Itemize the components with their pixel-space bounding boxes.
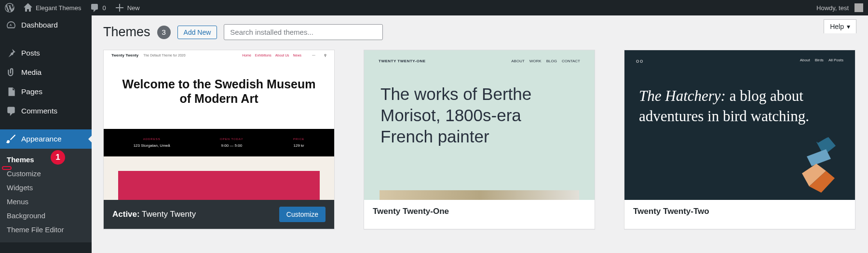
help-tab[interactable]: Help ▾: [824, 19, 856, 33]
submenu-widgets[interactable]: Widgets: [0, 181, 92, 195]
wordpress-icon: [5, 3, 14, 13]
comments-icon: [6, 106, 16, 116]
submenu-label: Customize: [7, 169, 41, 178]
theme-footer: Twenty Twenty-Two: [624, 200, 855, 223]
submenu-label: Background: [7, 211, 45, 220]
menu-dashboard[interactable]: Dashboard: [0, 15, 92, 35]
menu-pages[interactable]: Pages: [0, 82, 92, 101]
thumb-brand: Twenty Twenty: [111, 53, 138, 57]
submenu-label: Themes: [7, 155, 34, 164]
theme-card[interactable]: oo AboutBirdsAll Posts The Hatchery: a b…: [624, 50, 855, 229]
theme-card-active[interactable]: Twenty Twenty The Default Theme for 2020…: [103, 50, 335, 229]
new-label: New: [127, 4, 140, 12]
thumb-main-text: The works of Berthe Morisot, 1800s-era F…: [364, 72, 595, 158]
bird-illustration: [783, 132, 850, 195]
submenu-menus[interactable]: Menus: [0, 195, 92, 209]
thumb-brand: TWENTY TWENTY-ONE: [379, 59, 426, 63]
menu-posts[interactable]: Posts: [0, 43, 92, 63]
plus-icon: [115, 3, 124, 13]
active-label: Active:: [112, 210, 140, 219]
new-content-menu[interactable]: New: [115, 3, 140, 13]
submenu-label: Menus: [7, 197, 28, 206]
page-title: Themes: [103, 25, 150, 40]
theme-name: Twenty Twenty-Two: [633, 207, 709, 216]
menu-appearance[interactable]: Appearance: [0, 129, 92, 149]
site-name-menu[interactable]: Elegant Themes: [23, 3, 81, 13]
menu-media[interactable]: Media: [0, 63, 92, 82]
theme-screenshot: oo AboutBirdsAll Posts The Hatchery: a b…: [624, 50, 855, 200]
comment-count: 0: [102, 4, 106, 12]
submenu-customize[interactable]: Customize: [0, 167, 92, 181]
submenu-label: Widgets: [7, 183, 33, 192]
submenu-theme-file-editor[interactable]: Theme File Editor: [0, 223, 92, 237]
menu-label: Comments: [21, 107, 57, 115]
annotation-badge-1: 1: [51, 150, 65, 165]
customize-button[interactable]: Customize: [279, 207, 326, 222]
add-new-button[interactable]: Add New: [177, 26, 217, 39]
submenu-background[interactable]: Background: [0, 209, 92, 223]
theme-footer: Twenty Twenty-One: [364, 200, 595, 223]
howdy-label: Howdy, test: [816, 4, 849, 12]
thumb-main-text: The Hatchery: a blog about adventures in…: [624, 71, 855, 126]
menu-comments[interactable]: Comments: [0, 101, 92, 121]
appearance-submenu: Themes 1 Customize Widgets Menus Backgro…: [0, 149, 92, 242]
help-label: Help: [830, 23, 844, 30]
avatar: [854, 3, 863, 12]
thumb-nav: HomeExhibitionsAbout UsNews: [238, 54, 301, 57]
menu-label: Dashboard: [21, 21, 58, 29]
my-account-menu[interactable]: Howdy, test: [816, 3, 863, 12]
media-icon: [6, 67, 16, 78]
theme-name: Twenty Twenty: [142, 210, 196, 219]
thumb-nav: ABOUTWORKBLOGCONTACT: [506, 59, 580, 63]
thumb-hero: Welcome to the Swedish Museum of Modern …: [118, 77, 320, 106]
pin-icon: [6, 48, 16, 58]
menu-label: Pages: [21, 87, 42, 96]
home-icon: [23, 3, 33, 13]
theme-count-badge: 3: [157, 26, 171, 39]
site-name-label: Elegant Themes: [36, 4, 81, 12]
comments-menu[interactable]: 0: [90, 3, 106, 13]
menu-label: Posts: [21, 49, 40, 57]
theme-screenshot: TWENTY TWENTY-ONE ABOUTWORKBLOGCONTACT T…: [364, 50, 595, 200]
admin-toolbar: Elegant Themes 0 New Howdy, test: [0, 0, 868, 15]
caret-down-icon: ▾: [847, 23, 850, 30]
thumb-logo: oo: [636, 58, 644, 64]
theme-screenshot: Twenty Twenty The Default Theme for 2020…: [104, 50, 334, 200]
menu-label: Media: [21, 68, 41, 77]
comment-icon: [90, 3, 99, 13]
content-area: Help ▾ Themes 3 Add New Twenty Twenty Th…: [92, 15, 868, 253]
theme-footer: Active: Twenty Twenty Customize: [104, 200, 334, 229]
pages-icon: [6, 86, 16, 97]
thumb-tagline: The Default Theme for 2020: [143, 54, 185, 57]
submenu-label: Theme File Editor: [7, 225, 64, 234]
dashboard-icon: [6, 20, 16, 30]
theme-search-input[interactable]: [224, 24, 383, 40]
brush-icon: [6, 134, 16, 144]
admin-sidemenu: Dashboard Posts Media Pages Comments App…: [0, 15, 92, 253]
menu-label: Appearance: [21, 135, 62, 143]
theme-card[interactable]: TWENTY TWENTY-ONE ABOUTWORKBLOGCONTACT T…: [364, 50, 595, 229]
theme-name: Twenty Twenty-One: [373, 207, 449, 216]
wp-logo-menu[interactable]: [5, 3, 14, 13]
submenu-themes[interactable]: Themes 1: [0, 153, 92, 167]
thumb-nav: AboutBirdsAll Posts: [795, 58, 843, 64]
